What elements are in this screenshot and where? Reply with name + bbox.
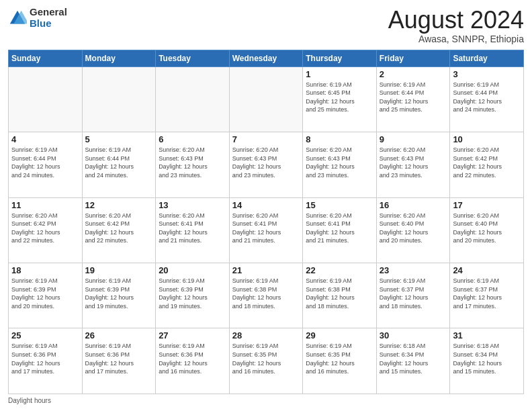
- calendar-cell: 21Sunrise: 6:19 AM Sunset: 6:38 PM Dayli…: [229, 263, 303, 328]
- calendar-cell: [156, 66, 230, 132]
- day-number: 6: [159, 134, 226, 144]
- footer: Daylight hours: [8, 397, 524, 404]
- day-number: 24: [453, 265, 521, 275]
- calendar-cell: 11Sunrise: 6:20 AM Sunset: 6:42 PM Dayli…: [9, 197, 83, 263]
- day-info: Sunrise: 6:19 AM Sunset: 6:39 PM Dayligh…: [11, 277, 79, 310]
- day-info: Sunrise: 6:19 AM Sunset: 6:39 PM Dayligh…: [85, 277, 153, 310]
- calendar-cell: 13Sunrise: 6:20 AM Sunset: 6:41 PM Dayli…: [156, 197, 230, 263]
- calendar-day-header: Thursday: [303, 50, 377, 66]
- day-number: 30: [380, 330, 447, 340]
- calendar-body: 1Sunrise: 6:19 AM Sunset: 6:45 PM Daylig…: [9, 66, 524, 394]
- calendar-week-row: 4Sunrise: 6:19 AM Sunset: 6:44 PM Daylig…: [9, 132, 524, 197]
- day-number: 13: [159, 200, 226, 210]
- day-number: 27: [159, 330, 226, 340]
- day-number: 4: [11, 134, 79, 144]
- logo-general: General: [30, 7, 67, 18]
- day-info: Sunrise: 6:19 AM Sunset: 6:36 PM Dayligh…: [159, 342, 226, 375]
- calendar-cell: 30Sunrise: 6:18 AM Sunset: 6:34 PM Dayli…: [376, 328, 450, 394]
- day-number: 18: [11, 265, 79, 275]
- calendar-cell: 17Sunrise: 6:20 AM Sunset: 6:40 PM Dayli…: [450, 197, 524, 263]
- day-info: Sunrise: 6:20 AM Sunset: 6:40 PM Dayligh…: [380, 212, 447, 245]
- page: General Blue August 2024 Awasa, SNNPR, E…: [0, 0, 532, 411]
- day-number: 28: [232, 330, 300, 340]
- day-number: 10: [453, 134, 521, 144]
- location: Awasa, SNNPR, Ethiopia: [388, 34, 524, 44]
- day-info: Sunrise: 6:19 AM Sunset: 6:36 PM Dayligh…: [11, 342, 79, 375]
- calendar-cell: 14Sunrise: 6:20 AM Sunset: 6:41 PM Dayli…: [229, 197, 303, 263]
- calendar-cell: 5Sunrise: 6:19 AM Sunset: 6:44 PM Daylig…: [82, 132, 156, 197]
- calendar-cell: [229, 66, 303, 132]
- calendar-cell: 22Sunrise: 6:19 AM Sunset: 6:38 PM Dayli…: [303, 263, 377, 328]
- day-number: 19: [85, 265, 153, 275]
- month-title: August 2024: [388, 7, 524, 34]
- calendar-week-row: 25Sunrise: 6:19 AM Sunset: 6:36 PM Dayli…: [9, 328, 524, 394]
- day-info: Sunrise: 6:20 AM Sunset: 6:43 PM Dayligh…: [159, 146, 226, 179]
- day-info: Sunrise: 6:19 AM Sunset: 6:37 PM Dayligh…: [380, 277, 447, 310]
- calendar-week-row: 1Sunrise: 6:19 AM Sunset: 6:45 PM Daylig…: [9, 66, 524, 132]
- day-info: Sunrise: 6:19 AM Sunset: 6:38 PM Dayligh…: [232, 277, 300, 310]
- calendar-cell: 25Sunrise: 6:19 AM Sunset: 6:36 PM Dayli…: [9, 328, 83, 394]
- day-info: Sunrise: 6:20 AM Sunset: 6:40 PM Dayligh…: [453, 212, 521, 245]
- calendar-cell: 10Sunrise: 6:20 AM Sunset: 6:42 PM Dayli…: [450, 132, 524, 197]
- day-number: 2: [380, 69, 447, 79]
- day-info: Sunrise: 6:20 AM Sunset: 6:42 PM Dayligh…: [453, 146, 521, 179]
- day-number: 3: [453, 69, 521, 79]
- calendar-day-header: Friday: [376, 50, 450, 66]
- day-number: 14: [232, 200, 300, 210]
- calendar-cell: 23Sunrise: 6:19 AM Sunset: 6:37 PM Dayli…: [376, 263, 450, 328]
- calendar-cell: 18Sunrise: 6:19 AM Sunset: 6:39 PM Dayli…: [9, 263, 83, 328]
- day-number: 26: [85, 330, 153, 340]
- logo-icon: [8, 9, 27, 28]
- day-info: Sunrise: 6:19 AM Sunset: 6:44 PM Dayligh…: [453, 81, 521, 114]
- day-info: Sunrise: 6:20 AM Sunset: 6:42 PM Dayligh…: [85, 212, 153, 245]
- calendar-cell: [82, 66, 156, 132]
- day-number: 11: [11, 200, 79, 210]
- calendar-cell: 8Sunrise: 6:20 AM Sunset: 6:43 PM Daylig…: [303, 132, 377, 197]
- calendar-cell: 20Sunrise: 6:19 AM Sunset: 6:39 PM Dayli…: [156, 263, 230, 328]
- calendar-cell: 7Sunrise: 6:20 AM Sunset: 6:43 PM Daylig…: [229, 132, 303, 197]
- calendar-cell: 27Sunrise: 6:19 AM Sunset: 6:36 PM Dayli…: [156, 328, 230, 394]
- calendar-cell: 12Sunrise: 6:20 AM Sunset: 6:42 PM Dayli…: [82, 197, 156, 263]
- logo: General Blue: [8, 7, 67, 29]
- calendar-cell: 29Sunrise: 6:19 AM Sunset: 6:35 PM Dayli…: [303, 328, 377, 394]
- day-number: 9: [380, 134, 447, 144]
- calendar-cell: 19Sunrise: 6:19 AM Sunset: 6:39 PM Dayli…: [82, 263, 156, 328]
- calendar-day-header: Wednesday: [229, 50, 303, 66]
- calendar-cell: 15Sunrise: 6:20 AM Sunset: 6:41 PM Dayli…: [303, 197, 377, 263]
- day-info: Sunrise: 6:20 AM Sunset: 6:42 PM Dayligh…: [11, 212, 79, 245]
- day-number: 25: [11, 330, 79, 340]
- calendar-header-row: SundayMondayTuesdayWednesdayThursdayFrid…: [9, 50, 524, 66]
- calendar-table: SundayMondayTuesdayWednesdayThursdayFrid…: [8, 50, 524, 394]
- day-info: Sunrise: 6:20 AM Sunset: 6:43 PM Dayligh…: [380, 146, 447, 179]
- day-number: 16: [380, 200, 447, 210]
- day-number: 7: [232, 134, 300, 144]
- calendar-cell: [9, 66, 83, 132]
- calendar-cell: 2Sunrise: 6:19 AM Sunset: 6:44 PM Daylig…: [376, 66, 450, 132]
- day-number: 5: [85, 134, 153, 144]
- calendar-week-row: 11Sunrise: 6:20 AM Sunset: 6:42 PM Dayli…: [9, 197, 524, 263]
- day-info: Sunrise: 6:19 AM Sunset: 6:35 PM Dayligh…: [232, 342, 300, 375]
- day-info: Sunrise: 6:19 AM Sunset: 6:44 PM Dayligh…: [85, 146, 153, 179]
- calendar-cell: 9Sunrise: 6:20 AM Sunset: 6:43 PM Daylig…: [376, 132, 450, 197]
- day-info: Sunrise: 6:19 AM Sunset: 6:39 PM Dayligh…: [159, 277, 226, 310]
- calendar-day-header: Tuesday: [156, 50, 230, 66]
- day-number: 1: [306, 69, 373, 79]
- day-info: Sunrise: 6:18 AM Sunset: 6:34 PM Dayligh…: [380, 342, 447, 375]
- calendar-cell: 24Sunrise: 6:19 AM Sunset: 6:37 PM Dayli…: [450, 263, 524, 328]
- day-info: Sunrise: 6:19 AM Sunset: 6:38 PM Dayligh…: [306, 277, 373, 310]
- day-info: Sunrise: 6:19 AM Sunset: 6:37 PM Dayligh…: [453, 277, 521, 310]
- day-info: Sunrise: 6:18 AM Sunset: 6:34 PM Dayligh…: [453, 342, 521, 375]
- day-info: Sunrise: 6:19 AM Sunset: 6:44 PM Dayligh…: [11, 146, 79, 179]
- day-info: Sunrise: 6:20 AM Sunset: 6:43 PM Dayligh…: [306, 146, 373, 179]
- day-number: 29: [306, 330, 373, 340]
- calendar-cell: 31Sunrise: 6:18 AM Sunset: 6:34 PM Dayli…: [450, 328, 524, 394]
- calendar-day-header: Monday: [82, 50, 156, 66]
- logo-text: General Blue: [30, 7, 67, 29]
- day-number: 21: [232, 265, 300, 275]
- day-info: Sunrise: 6:19 AM Sunset: 6:36 PM Dayligh…: [85, 342, 153, 375]
- day-number: 15: [306, 200, 373, 210]
- day-info: Sunrise: 6:20 AM Sunset: 6:43 PM Dayligh…: [232, 146, 300, 179]
- calendar-day-header: Sunday: [9, 50, 83, 66]
- day-number: 12: [85, 200, 153, 210]
- header: General Blue August 2024 Awasa, SNNPR, E…: [8, 7, 524, 44]
